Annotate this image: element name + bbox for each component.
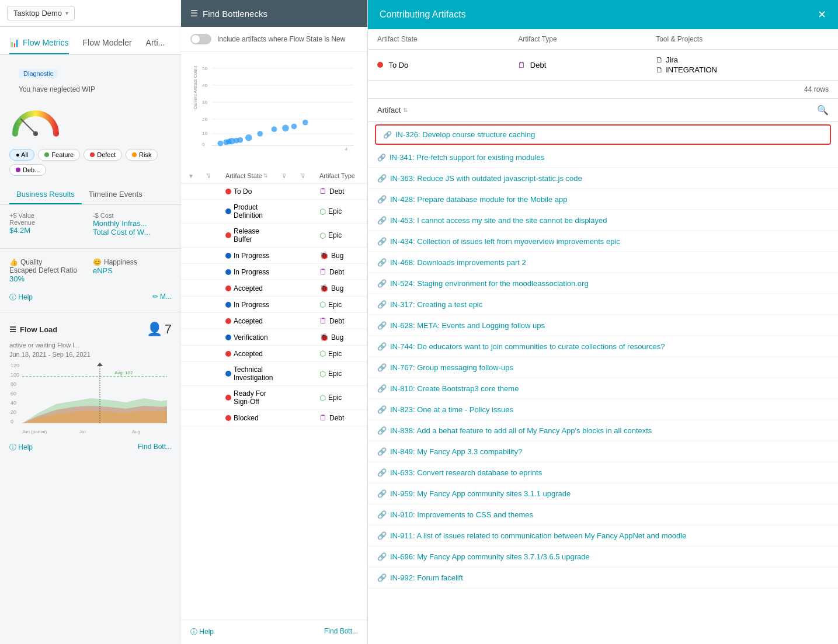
- artifact-item: 🔗 IN-767: Group messaging follow-ups: [368, 357, 838, 378]
- type-cell: ⬡ Epic: [319, 394, 360, 402]
- type-cell: ⬡ Epic: [319, 207, 360, 216]
- artifact-type-col-header: Artifact Type: [509, 29, 646, 50]
- link-icon: 🔗: [383, 131, 392, 139]
- debt-icon-2: 🗒: [319, 267, 327, 276]
- svg-point-38: [272, 127, 277, 133]
- tab-flow-metrics[interactable]: 📊 Flow Metrics: [9, 31, 69, 54]
- artifact-link-in363[interactable]: 🔗 IN-363: Reduce JS with outdated javasc…: [377, 174, 582, 183]
- filter-icon-2[interactable]: ⊽: [207, 173, 223, 179]
- app-selector[interactable]: Tasktop Demo ▾: [7, 6, 75, 20]
- filter-icon-4[interactable]: ⊽: [301, 173, 317, 179]
- artifact-state-label: Artifact State: [225, 172, 262, 179]
- artifact-link-in910[interactable]: 🔗 IN-910: Improvements to CSS and themes: [377, 510, 533, 519]
- artifact-link-in326[interactable]: 🔗 IN-326: Develop course structure cachi…: [383, 130, 535, 139]
- filter-type-icon: 🗒: [518, 61, 526, 69]
- artifact-link-in453[interactable]: 🔗 IN-453: I cannot access my site and th…: [377, 216, 607, 225]
- artifact-link-in434[interactable]: 🔗 IN-434: Collection of issues left from…: [377, 237, 620, 246]
- escaped-defect-value[interactable]: 30%: [9, 274, 88, 283]
- artifact-link-in524[interactable]: 🔗 IN-524: Staging environment for the mo…: [377, 279, 589, 288]
- chip-all[interactable]: ● All: [9, 149, 34, 161]
- state-dot-red: [225, 415, 231, 421]
- artifact-link-in696[interactable]: 🔗 IN-696: My Fancy App community sites 3…: [377, 552, 590, 561]
- total-cost[interactable]: Total Cost of W...: [93, 228, 172, 236]
- help-link-top[interactable]: ⓘ Help: [9, 293, 33, 302]
- panel-title-right: Contributing Artifacts: [380, 9, 466, 20]
- metrics-link[interactable]: ✏ M...: [152, 293, 172, 302]
- epic-icon-5: ⬡: [319, 370, 326, 378]
- type-cell: 🐞 Bug: [319, 333, 360, 342]
- chevron-down-icon: ▾: [65, 10, 68, 16]
- chip-risk[interactable]: Risk: [126, 149, 158, 161]
- artifact-link-in849[interactable]: 🔗 IN-849: My Fancy App 3.3 compability?: [377, 447, 522, 456]
- business-results-label: Business Results: [16, 190, 75, 199]
- find-bottlenecks-footer[interactable]: Find Bott...: [324, 627, 358, 637]
- artifact-link-in992[interactable]: 🔗 IN-992: Forum facelift: [377, 573, 463, 582]
- revenue-value[interactable]: $4.2M: [9, 226, 88, 235]
- filter-icon-3[interactable]: ⊽: [282, 173, 298, 179]
- svg-text:60: 60: [11, 391, 16, 396]
- svg-point-36: [245, 134, 252, 141]
- monthly-infras[interactable]: Monthly Infras...: [93, 219, 172, 228]
- area-chart: 120 100 80 60 40 20 0 Avg: 102 Jun (part…: [9, 360, 172, 436]
- tab-arti[interactable]: Arti...: [146, 31, 165, 54]
- help-link-bottom[interactable]: ⓘ Help: [9, 443, 33, 452]
- state-cell: In Progress: [225, 301, 280, 309]
- link-icon: 🔗: [377, 237, 387, 246]
- link-icon: 🔗: [377, 510, 387, 519]
- sort-caret[interactable]: ⇅: [403, 107, 408, 113]
- wip-text: You have neglected WIP: [9, 83, 172, 96]
- bug-icon-2: 🐞: [319, 284, 329, 293]
- feature-dot: [44, 152, 49, 157]
- svg-text:Jun (partial): Jun (partial): [22, 429, 47, 434]
- artifact-state-header[interactable]: Artifact State ⇅: [225, 172, 280, 179]
- artifact-link-in744[interactable]: 🔗 IN-744: Do educators want to join comm…: [377, 342, 665, 351]
- artifact-link-in468[interactable]: 🔗 IN-468: Downloads improvements part 2: [377, 258, 526, 267]
- chip-defect[interactable]: Defect: [84, 149, 122, 161]
- artifact-col-title: Artifact ⇅: [377, 106, 408, 114]
- search-icon[interactable]: 🔍: [817, 105, 829, 116]
- type-cell: ⬡ Epic: [319, 370, 360, 378]
- artifact-link-in767[interactable]: 🔗 IN-767: Group messaging follow-ups: [377, 363, 513, 372]
- artifact-link-in959[interactable]: 🔗 IN-959: My Fancy App community sites 3…: [377, 489, 571, 498]
- flow-metrics-icon: 📊: [9, 38, 19, 47]
- tab-flow-modeler[interactable]: Flow Modeler: [83, 31, 132, 54]
- svg-text:40: 40: [11, 400, 16, 406]
- find-bottlenecks-link[interactable]: Find Bott...: [138, 443, 172, 452]
- chip-debt[interactable]: Deb...: [9, 164, 46, 176]
- filter-icon-1[interactable]: ▼: [188, 173, 204, 179]
- link-icon: 🔗: [377, 342, 387, 351]
- epic-icon-2: ⬡: [319, 231, 326, 240]
- artifact-link-in428[interactable]: 🔗 IN-428: Prepare database module for th…: [377, 195, 568, 204]
- arti-label: Arti...: [146, 38, 165, 47]
- tab-timeline-events[interactable]: Timeline Events: [82, 185, 149, 204]
- artifact-link-in823[interactable]: 🔗 IN-823: One at a time - Policy issues: [377, 405, 513, 414]
- close-button[interactable]: ✕: [818, 8, 826, 21]
- enps-value[interactable]: eNPS: [93, 266, 172, 275]
- artifact-link-in633[interactable]: 🔗 IN-633: Convert research database to e…: [377, 468, 542, 477]
- tab-business-results[interactable]: Business Results: [9, 185, 82, 204]
- chip-feature[interactable]: Feature: [38, 149, 80, 161]
- bottleneck-table: ▼ ⊽ Artifact State ⇅ ⊽ ⊽ Artifact Type T…: [181, 169, 367, 426]
- artifact-link-in341[interactable]: 🔗 IN-341: Pre-fetch support for existing…: [377, 153, 544, 162]
- artifact-item: 🔗 IN-628: META: Events and Logging follo…: [368, 315, 838, 336]
- person-icon: 👤: [147, 322, 162, 337]
- artifact-item: 🔗 IN-911: A list of issues related to co…: [368, 525, 838, 546]
- artifact-link-in317[interactable]: 🔗 IN-317: Creating a test epic: [377, 300, 482, 309]
- jira-label: Jira: [666, 55, 678, 64]
- artifact-link-in810[interactable]: 🔗 IN-810: Create Bootstrap3 core theme: [377, 384, 519, 393]
- flow-state-toggle[interactable]: [190, 34, 211, 44]
- state-cell: In Progress: [225, 252, 280, 260]
- artifact-item: 🔗 IN-744: Do educators want to join comm…: [368, 336, 838, 357]
- type-cell: 🗒 Debt: [319, 187, 360, 196]
- artifact-link-in838[interactable]: 🔗 IN-838: Add a behat feature to add all…: [377, 426, 652, 435]
- help-link-panel[interactable]: ⓘ Help: [190, 627, 214, 637]
- artifact-link-in628[interactable]: 🔗 IN-628: META: Events and Logging follo…: [377, 321, 545, 330]
- filters-table: Artifact State Artifact Type Tool & Proj…: [368, 29, 838, 81]
- state-dot-red: [225, 286, 231, 291]
- filter-type-value: Debt: [530, 61, 546, 69]
- tool-item-integration: 🗋 INTEGRATION: [656, 65, 829, 74]
- flow-load-subtitle: active or waiting Flow I...: [0, 342, 181, 351]
- state-dot-blue: [225, 335, 231, 340]
- artifact-link-in911[interactable]: 🔗 IN-911: A list of issues related to co…: [377, 531, 686, 540]
- table-header-row: ▼ ⊽ Artifact State ⇅ ⊽ ⊽ Artifact Type: [181, 169, 367, 183]
